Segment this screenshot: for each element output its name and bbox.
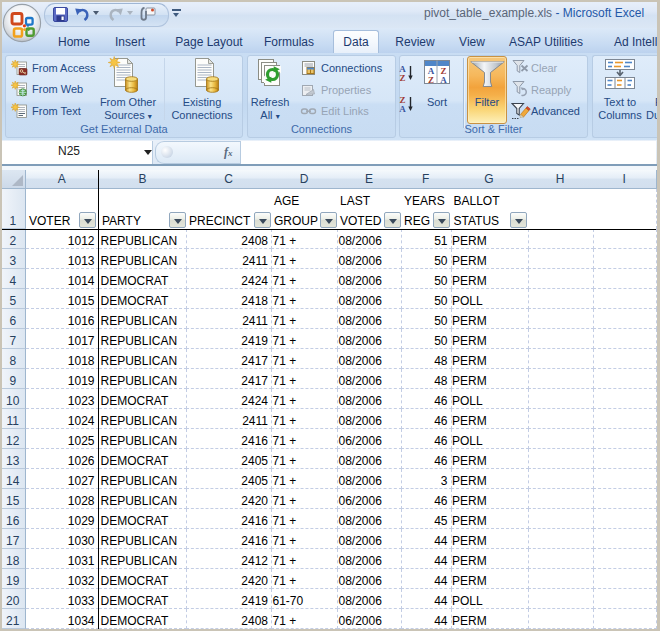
svg-text:A: A bbox=[399, 104, 406, 114]
svg-text:Z: Z bbox=[399, 73, 405, 83]
svg-text:A: A bbox=[440, 75, 447, 85]
svg-text:Z: Z bbox=[428, 75, 434, 85]
